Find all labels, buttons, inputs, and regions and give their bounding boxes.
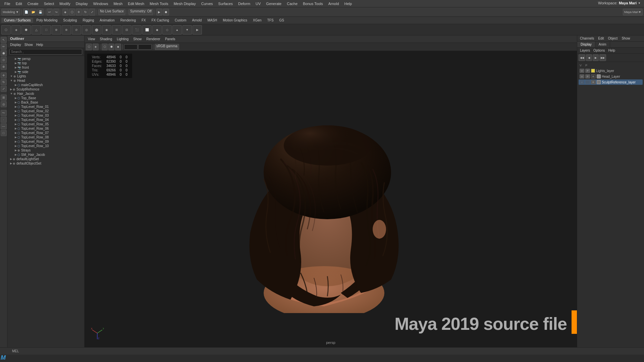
viewport-menu-shading[interactable]: Shading <box>98 37 114 41</box>
menu-item-windows[interactable]: Windows <box>91 1 111 6</box>
tree-item-back-base[interactable]: ▶⬡Back_Base <box>7 100 84 105</box>
shelf-icon-7[interactable]: ⊘ <box>72 25 81 35</box>
viewport-menu-renderer[interactable]: Renderer <box>144 37 162 41</box>
layer-nav-prev-btn[interactable]: ◀ <box>586 54 592 61</box>
shelf-icon-2[interactable]: ⬢ <box>21 25 31 35</box>
shelf-icon-5[interactable]: ⊕ <box>52 25 61 35</box>
menu-item-arnold[interactable]: Arnold <box>326 1 341 6</box>
shelf-tab-tfs[interactable]: TFS <box>265 18 276 23</box>
shelf-tab-fx-caching[interactable]: FX Caching <box>149 18 172 23</box>
tree-item-toplevel-row-01[interactable]: ▶⬡TopLevel_Row_01 <box>7 105 84 109</box>
shelf-icon-15[interactable]: ◆ <box>152 25 162 35</box>
redo-btn[interactable]: ↪ <box>53 9 59 15</box>
user-btn[interactable]: Maya Mari ▼ <box>623 9 643 15</box>
right-menu-channels[interactable]: Channels <box>579 36 595 41</box>
tree-item-malecapmesh[interactable]: ▶⬡maleCapMesh <box>7 83 84 87</box>
vp-select-btn[interactable]: ◈ <box>93 44 99 50</box>
scale-mode-btn[interactable]: ⤢ <box>1 86 7 92</box>
tree-item-strays[interactable]: ▶⊕Strays <box>7 148 84 153</box>
outliner-search-input[interactable] <box>9 49 82 55</box>
select-tool[interactable]: ◈ <box>62 9 68 15</box>
scale-tool[interactable]: ⤢ <box>89 9 95 15</box>
shelf-icon-17[interactable]: ▲ <box>172 25 182 35</box>
tree-item-defaultlightset[interactable]: ▶⊕defaultLightSet <box>7 157 84 161</box>
shelf-icon-12[interactable]: ⊟ <box>122 25 131 35</box>
sculpt-p-btn[interactable] <box>585 80 590 84</box>
menu-item-create[interactable]: Create <box>25 1 41 6</box>
shelf-tab-fx[interactable]: FX <box>139 18 149 23</box>
layer-nav-left-btn[interactable]: ◀◀ <box>579 54 585 61</box>
head-r-btn[interactable]: R <box>591 74 596 78</box>
sculpt-vis-btn[interactable]: V <box>580 80 584 84</box>
help-menu[interactable]: Help <box>607 48 616 53</box>
rotate-tool[interactable]: ↻ <box>83 9 89 15</box>
tree-item-top[interactable]: ▶📷top <box>7 61 84 65</box>
outliner-menu-help[interactable]: Help <box>35 43 45 47</box>
tree-item-toplevel-row-05[interactable]: ▶⬡TopLevel_Row_05 <box>7 122 84 126</box>
menu-item-help[interactable]: Help <box>342 1 355 6</box>
vp-wireframe-btn[interactable]: ⬡ <box>102 44 108 50</box>
no-live-surface-dropdown[interactable]: No Live Surface <box>98 9 125 15</box>
sculpt-btn[interactable]: ⬟ <box>1 50 7 56</box>
menu-item-select[interactable]: Select <box>42 1 57 6</box>
shelf-tab-xgen[interactable]: XGen <box>250 18 264 23</box>
save-btn[interactable]: 💾 <box>37 9 44 15</box>
tree-item-toplevel-row-03[interactable]: ▶⬡TopLevel_Row_03 <box>7 113 84 118</box>
menu-item-display[interactable]: Display <box>73 1 90 6</box>
lights-p-btn[interactable]: P <box>585 69 590 73</box>
shelf-icon-11[interactable]: ⊞ <box>112 25 121 35</box>
tree-item-toplevel-row-09[interactable]: ▶⬡TopLevel_Row_09 <box>7 139 84 144</box>
menu-item-cache[interactable]: Cache <box>284 1 300 6</box>
shelf-icon-18[interactable]: ▼ <box>182 25 192 35</box>
sculpt-r-btn[interactable]: R <box>591 80 596 84</box>
tree-item-front[interactable]: ▶📷front <box>7 65 84 70</box>
shelf-tab-mash[interactable]: MASH <box>205 18 220 23</box>
shelf-icon-8[interactable]: ◎ <box>82 25 91 35</box>
vp-field1[interactable]: 0.00 <box>124 44 138 50</box>
tree-item-top-base[interactable]: ▶⬡Top_Base <box>7 96 84 100</box>
right-tab-anim[interactable]: Anim <box>595 42 610 47</box>
select-mode-btn[interactable]: ↖ <box>1 37 7 43</box>
viewport-menu-show[interactable]: Show <box>131 37 144 41</box>
menu-item-mesh-display[interactable]: Mesh Display <box>171 1 198 6</box>
rotate-mode-btn[interactable]: ↻ <box>1 79 7 85</box>
curve-btn[interactable]: 〜 <box>1 110 7 116</box>
undo-btn[interactable]: ↩ <box>47 9 53 15</box>
layer-nav-right-btn[interactable]: ▶▶ <box>599 54 606 61</box>
stop-btn[interactable]: ⏹ <box>163 9 169 15</box>
viewport-menu-panels[interactable]: Panels <box>163 37 177 41</box>
layer-nav-next-btn[interactable]: ▶ <box>593 54 599 61</box>
menu-item-surfaces[interactable]: Surfaces <box>216 1 235 6</box>
tree-item-lights[interactable]: ▼⊕Lights <box>7 74 84 78</box>
shelf-icon-3[interactable]: △ <box>32 25 41 35</box>
menu-item-generate[interactable]: Generate <box>264 1 284 6</box>
layer-sculptref[interactable]: V R SculptReference_layer <box>579 79 643 85</box>
head-vis-btn[interactable]: V <box>580 74 584 78</box>
shelf-tab-rendering[interactable]: Rendering <box>118 18 139 23</box>
menu-item-uv[interactable]: UV <box>253 1 263 6</box>
outliner-menu-show[interactable]: Show <box>23 43 34 47</box>
menu-item-curves[interactable]: Curves <box>199 1 215 6</box>
tree-item-sculptrefrence[interactable]: ▶⊕SculptRefrence <box>7 87 84 92</box>
shelf-tab-arnold[interactable]: Arnold <box>189 18 204 23</box>
tree-item-hair-jacob[interactable]: ▼⊕Hair_Jacob <box>7 92 84 96</box>
play-btn[interactable]: ▶ <box>156 9 162 15</box>
shelf-icon-9[interactable]: ⬤ <box>92 25 101 35</box>
vp-solid-btn[interactable]: ⬢ <box>108 44 114 50</box>
tree-item-toplevel-row-07[interactable]: ▶⬡TopLevel_Row_07 <box>7 131 84 135</box>
edge-btn[interactable]: — <box>1 123 7 129</box>
snap-btn[interactable]: ⊕ <box>1 64 7 70</box>
menu-item-deform[interactable]: Deform <box>236 1 253 6</box>
shelf-tab-rigging[interactable]: Rigging <box>80 18 97 23</box>
vp-texture-btn[interactable]: ◆ <box>115 44 121 50</box>
menu-item-mesh-tools[interactable]: Mesh Tools <box>147 1 170 6</box>
layer-head[interactable]: V P R Head_Layer <box>579 74 643 79</box>
shelf-tab-curves---surfaces[interactable]: Curves / Surfaces <box>1 18 33 23</box>
shelf-icon-13[interactable]: ⬛ <box>132 25 142 35</box>
tree-item-persp[interactable]: ▶📷persp <box>7 57 84 61</box>
shelf-icon-1[interactable]: ◈ <box>11 25 21 35</box>
vp-cam-btn[interactable]: ⬡ <box>86 44 92 50</box>
vp-field2[interactable]: 1.00 <box>138 44 152 50</box>
right-menu-show[interactable]: Show <box>620 36 631 41</box>
right-tab-display[interactable]: Display <box>577 42 595 47</box>
